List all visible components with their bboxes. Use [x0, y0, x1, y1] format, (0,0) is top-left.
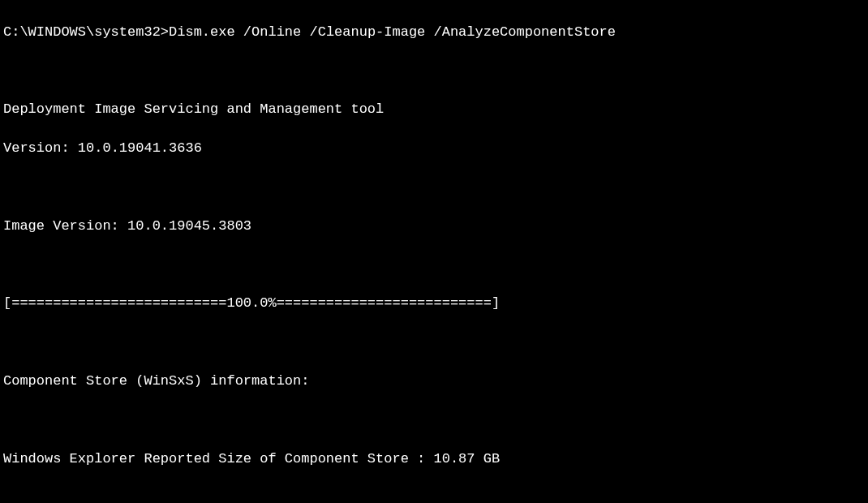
version-line: Version: 10.0.19041.3636 — [3, 139, 865, 158]
image-version-line: Image Version: 10.0.19045.3803 — [3, 217, 865, 236]
section-header: Component Store (WinSxS) information: — [3, 372, 865, 391]
blank-line — [3, 62, 865, 81]
version-label: Version: — [3, 140, 78, 156]
command-line: C:\WINDOWS\system32>Dism.exe /Online /Cl… — [3, 23, 865, 42]
tool-name: Deployment Image Servicing and Managemen… — [3, 100, 865, 119]
terminal-output[interactable]: C:\WINDOWS\system32>Dism.exe /Online /Cl… — [0, 0, 868, 503]
progress-bar: [==========================100.0%=======… — [3, 294, 865, 313]
blank-line — [3, 488, 865, 503]
blank-line — [3, 411, 865, 430]
reported-size-value: 10.87 GB — [434, 451, 501, 466]
reported-size-label: Windows Explorer Reported Size of Compon… — [3, 451, 434, 466]
reported-size-line: Windows Explorer Reported Size of Compon… — [3, 449, 865, 469]
version-value: 10.0.19041.3636 — [78, 140, 202, 156]
blank-line — [3, 256, 865, 275]
command-text: Dism.exe /Online /Cleanup-Image /Analyze… — [169, 24, 616, 40]
prompt: C:\WINDOWS\system32> — [3, 24, 169, 40]
blank-line — [3, 178, 865, 197]
blank-line — [3, 333, 865, 352]
image-version-value: 10.0.19045.3803 — [127, 218, 251, 234]
image-version-label: Image Version: — [3, 218, 127, 234]
